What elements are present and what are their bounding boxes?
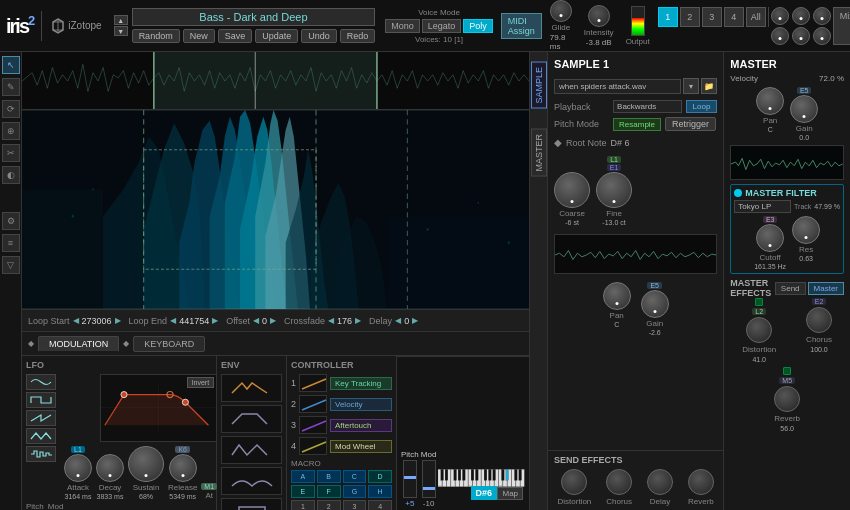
glide-knob[interactable] [550,0,572,22]
env-shape-1[interactable] [221,374,282,402]
macro-4-button[interactable]: 4 [368,500,392,510]
mod-slider[interactable] [422,460,436,498]
loop-start-prev[interactable]: ◀ [73,316,79,325]
env-shape-4[interactable] [221,467,282,495]
macro-1-button[interactable]: 1 [291,500,315,510]
lfo-shape-random[interactable] [26,446,56,462]
bank-knob-1[interactable] [771,7,789,25]
fine-knob[interactable] [596,172,632,208]
res-knob[interactable] [792,216,820,244]
bank-4-button[interactable]: 4 [724,7,744,27]
save-button[interactable]: Save [218,29,253,43]
env-shape-2[interactable] [221,405,282,433]
pitch-slider[interactable] [403,460,417,498]
bank-all-button[interactable]: All [746,7,766,27]
master-reverb-knob[interactable] [774,386,800,412]
bank-knob-5[interactable] [792,27,810,45]
mod-wheel-button[interactable]: Mod Wheel [330,440,392,453]
update-button[interactable]: Update [255,29,298,43]
master-dist-led[interactable] [755,298,763,306]
macro-2-button[interactable]: 2 [317,500,341,510]
macro-g-button[interactable]: G [343,485,367,498]
redo-button[interactable]: Redo [340,29,376,43]
master-pan-knob[interactable] [756,87,784,115]
lfo-shape-triangle[interactable] [26,428,56,444]
master-reverb-led[interactable] [783,367,791,375]
macro-c-button[interactable]: C [343,470,367,483]
master-distortion-knob[interactable] [746,317,772,343]
bank-knob-2[interactable] [792,7,810,25]
intensity-knob[interactable] [588,5,610,27]
sample-pan-knob[interactable] [603,282,631,310]
eq-tool-button[interactable]: ≡ [2,234,20,252]
filter-led[interactable] [734,189,742,197]
bank-knob-6[interactable] [813,27,831,45]
poly-button[interactable]: Poly [463,19,493,33]
macro-f-button[interactable]: F [317,485,341,498]
zoom-tool-button[interactable]: ⊕ [2,122,20,140]
macro-d-button[interactable]: D [368,470,392,483]
key-tracking-button[interactable]: Key Tracking [330,377,392,390]
offset-prev[interactable]: ◀ [253,316,259,325]
file-folder-button[interactable]: 📁 [701,78,717,94]
offset-next[interactable]: ▶ [270,316,276,325]
macro-b-button[interactable]: B [317,470,341,483]
delay-knob[interactable] [647,469,673,495]
crossfade-prev[interactable]: ◀ [328,316,334,325]
attack-knob[interactable] [64,454,92,482]
settings-tool-button[interactable]: ⚙ [2,212,20,230]
invert-button[interactable]: Invert [187,377,215,388]
loop-button[interactable]: Loop [686,100,718,113]
lfo-shape-square[interactable] [26,392,56,408]
preset-prev-button[interactable]: ▲ [114,15,128,25]
new-button[interactable]: New [183,29,215,43]
file-browse-button[interactable]: ▾ [683,78,699,94]
master-chorus-knob[interactable] [806,307,832,333]
undo-button[interactable]: Undo [301,29,337,43]
crossfade-next[interactable]: ▶ [355,316,361,325]
keyboard-tab[interactable]: KEYBOARD [133,336,205,352]
env-shape-5[interactable] [221,498,282,510]
map-button[interactable]: Map [497,487,523,500]
macro-e-button[interactable]: E [291,485,315,498]
lfo-shape-sawtooth[interactable] [26,410,56,426]
macro-h-button[interactable]: H [368,485,392,498]
sample-gain-knob[interactable] [641,290,669,318]
mono-button[interactable]: Mono [385,19,420,33]
bank-2-button[interactable]: 2 [680,7,700,27]
midi-assign-button[interactable]: MIDI Assign [501,13,542,39]
coarse-knob[interactable] [554,172,590,208]
loop-tool-button[interactable]: ⟳ [2,100,20,118]
legato-button[interactable]: Legato [422,19,462,33]
random-button[interactable]: Random [132,29,180,43]
master-tab-label[interactable]: MASTER [531,129,547,177]
macro-a-button[interactable]: A [291,470,315,483]
pencil-tool-button[interactable]: ✎ [2,78,20,96]
delay-next[interactable]: ▶ [412,316,418,325]
master-tab[interactable]: Master [808,282,844,295]
preset-name-display[interactable]: Bass - Dark and Deep [132,8,376,26]
loop-end-prev[interactable]: ◀ [170,316,176,325]
velocity-button[interactable]: Velocity [330,398,392,411]
loop-start-next[interactable]: ▶ [115,316,121,325]
slice-tool-button[interactable]: ✂ [2,144,20,162]
bank-knob-4[interactable] [771,27,789,45]
pointer-tool-button[interactable]: ↖ [2,56,20,74]
preset-next-button[interactable]: ▼ [114,26,128,36]
bank-1-button[interactable]: 1 [658,7,678,27]
sustain-knob[interactable] [128,446,164,482]
filter-tool-button[interactable]: ▽ [2,256,20,274]
chorus-knob[interactable] [606,469,632,495]
lfo-shape-sine[interactable] [26,374,56,390]
distortion-knob[interactable] [561,469,587,495]
resample-button[interactable]: Resample [613,118,661,131]
sample-tab-label[interactable]: SAMPLE [531,62,547,109]
reverb-knob[interactable] [688,469,714,495]
cutoff-knob[interactable] [756,224,784,252]
mix-button[interactable]: Mix [833,7,850,45]
master-gain-knob[interactable] [790,95,818,123]
aftertouch-button[interactable]: Aftertouch [330,419,392,432]
bank-knob-3[interactable] [813,7,831,25]
env-shape-3[interactable] [221,436,282,464]
release-knob[interactable] [169,454,197,482]
